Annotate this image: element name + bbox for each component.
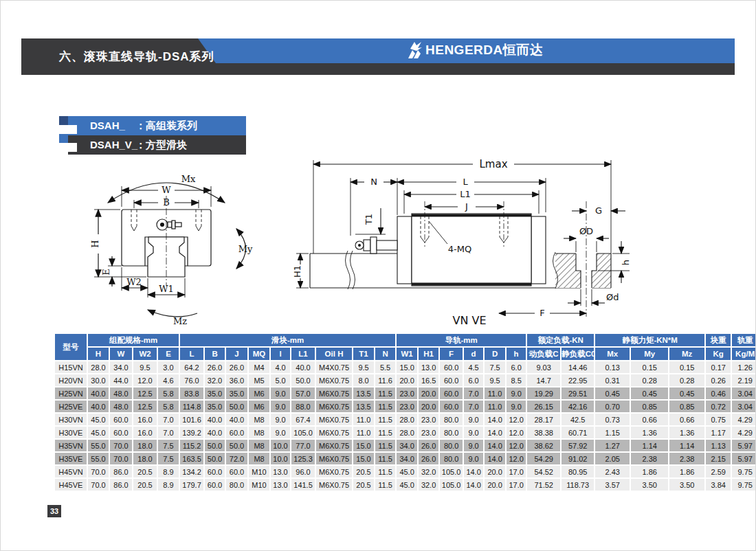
data-cell: 11.5 [375,414,395,425]
group-header: 滑块-mm [180,334,395,346]
data-cell: 67.4 [291,414,315,425]
data-cell: 14.0 [485,427,505,438]
data-cell: 20.0 [485,479,505,491]
data-cell: 8.9 [158,479,179,491]
data-cell: 11.6 [375,374,395,386]
data-cell: 86.0 [110,479,132,491]
data-cell: M10 [249,466,269,477]
data-cell: 16.0 [133,414,157,425]
data-cell: 14.0 [464,479,483,491]
data-cell: 9.0 [464,453,483,464]
data-cell: 40.0 [88,401,109,412]
data-cell: 9.0 [464,427,483,438]
group-header: 轨重 [732,334,756,346]
data-cell: 2.19 [732,374,756,386]
data-cell: M5 [249,374,269,386]
data-cell: 60.0 [205,479,225,491]
data-cell: 1.36 [669,427,704,438]
data-cell: 105.0 [440,479,463,491]
dim-label-mx: Mx [181,174,196,184]
dim-label-t1: T1 [364,214,374,225]
data-cell: 9.0 [464,414,483,425]
data-cell: 48.0 [110,387,132,399]
data-cell: 0.85 [631,401,668,412]
model-cell: H30VN [55,414,87,425]
dim-label-dia-d-large: ØD [579,226,593,236]
data-cell: 15.0 [353,453,374,464]
data-cell: 7.0 [464,387,483,399]
page-title: 六、滚珠直线导轨-DSA系列 [59,38,214,75]
data-cell: 15.0 [397,361,417,373]
data-cell: 26.0 [226,361,247,373]
data-cell: 50.0 [226,401,247,412]
data-cell: 0.26 [706,374,731,386]
data-cell: 64.2 [180,361,203,373]
data-cell: 60.0 [110,427,132,438]
data-cell: 3.04 [732,401,756,412]
data-cell: 70.0 [110,440,132,451]
data-cell: 17.0 [507,479,526,491]
data-cell: 4.5 [464,361,483,373]
data-cell: 7.0 [158,414,179,425]
data-cell: 22.95 [562,374,594,386]
table-row: H45VE70.086.020.58.9179.760.080.0M1013.0… [55,479,756,491]
model-cell: H45VE [55,479,87,491]
data-cell: 7.0 [464,401,483,412]
data-cell: 30.0 [88,374,109,386]
data-cell: 10.0 [271,453,290,464]
data-cell: 0.85 [669,401,704,412]
dim-label-mq: 4-MQ [448,244,471,254]
data-cell: 60.71 [562,427,594,438]
data-cell: 34.0 [397,440,417,451]
data-cell: 2.38 [669,453,704,464]
data-cell: 32.0 [419,479,438,491]
data-cell: M6X0.75 [316,374,352,386]
data-cell: 13.0 [271,479,290,491]
data-cell: 5.97 [732,453,756,464]
data-cell: 9.5 [485,374,505,386]
data-cell: M6X0.75 [316,479,352,491]
page-number: 33 [47,505,61,517]
dim-label-dia-d-small: Ød [606,292,619,302]
data-cell: 40.0 [226,414,247,425]
series-label-high-assembly: DSAH_：高组装系列 [68,116,246,135]
diagram-side-view: Lmax N L L1 J T1 4-MQ H1 G ØD h Ød F VN … [293,150,719,333]
data-cell: 13.5 [353,387,374,399]
data-cell: 42.5 [562,414,594,425]
column-header: T1 [353,348,374,360]
column-header: N [375,348,395,360]
data-cell: 12.0 [133,374,157,386]
dim-label-w1: W1 [159,284,174,294]
model-cell: H35VN [55,440,87,451]
data-cell: 0.45 [631,387,668,399]
column-header: D [485,348,505,360]
series-desc: ：方型滑块 [135,139,187,150]
data-cell: 4.29 [732,427,756,438]
dim-label-lmax: Lmax [479,158,507,170]
data-cell: 77.0 [291,440,315,451]
data-cell: 28.17 [527,414,560,425]
dim-label-l1: L1 [460,189,471,199]
data-cell: 3.57 [595,479,630,491]
data-cell: 7.0 [158,427,179,438]
dim-label-b: B [163,197,170,207]
data-cell: 14.0 [485,440,505,451]
series-code: DSAH_ [90,116,135,135]
group-header: 组配规格-mm [88,334,179,346]
spec-table: 型号组配规格-mm滑块-mm导轨-mm额定负载-KN静额力矩-KN*M块重轨重H… [54,333,756,492]
model-cell: H15VN [55,361,87,373]
data-cell: 18.0 [133,440,157,451]
data-cell: 4.29 [732,414,756,425]
group-header: 导轨-mm [397,334,526,346]
data-cell: M4X0.75 [316,361,352,373]
data-cell: 11.5 [375,466,395,477]
column-header: Kg/M [732,348,756,360]
data-cell: 26.0 [205,361,225,373]
column-header: d [464,348,483,360]
column-header: W2 [133,348,157,360]
data-cell: 6.0 [507,361,526,373]
data-cell: 20.0 [397,374,417,386]
dim-label-g: G [595,205,602,216]
dim-label-n: N [370,177,377,187]
table-row: H45VN70.086.020.58.9134.260.060.0M1013.0… [55,466,756,477]
